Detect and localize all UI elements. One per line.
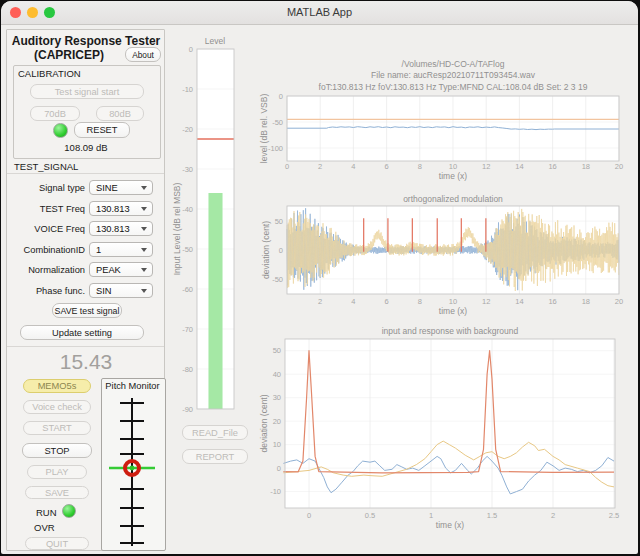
test-signal-section-label: TEST_SIGNAL bbox=[14, 161, 78, 172]
test-signal-start-button[interactable]: Test signal start bbox=[30, 84, 144, 99]
chevron-down-icon bbox=[141, 227, 147, 231]
svg-text:time (x): time (x) bbox=[439, 171, 468, 181]
combination-id-label: CombinationID bbox=[9, 245, 85, 255]
test-freq-label: TEST Freq bbox=[9, 204, 85, 214]
svg-text:-50: -50 bbox=[182, 245, 193, 254]
read-file-button[interactable]: READ_File bbox=[182, 425, 248, 440]
chevron-down-icon bbox=[141, 186, 147, 190]
svg-text:Input Level (dB rel MSB): Input Level (dB rel MSB) bbox=[172, 183, 182, 276]
svg-text:-50: -50 bbox=[272, 275, 283, 284]
update-setting-button[interactable]: Update setting bbox=[20, 325, 144, 340]
app-title-line2: (CAPRICEP) bbox=[11, 48, 127, 62]
calibration-label: CALIBRATION bbox=[18, 68, 81, 79]
about-button[interactable]: About bbox=[125, 47, 161, 62]
svg-text:deviation (cent): deviation (cent) bbox=[259, 394, 269, 452]
80db-button[interactable]: 80dB bbox=[96, 106, 144, 121]
svg-text:-70: -70 bbox=[182, 325, 193, 334]
save-button[interactable]: SAVE bbox=[25, 486, 89, 499]
chevron-down-icon bbox=[141, 268, 147, 272]
70db-button[interactable]: 70dB bbox=[30, 106, 80, 121]
svg-text:18: 18 bbox=[582, 162, 590, 171]
svg-text:0: 0 bbox=[307, 511, 311, 520]
svg-text:50: 50 bbox=[273, 346, 281, 355]
chevron-down-icon bbox=[141, 289, 147, 293]
signal-type-dropdown[interactable]: SINE bbox=[89, 180, 153, 195]
reset-button[interactable]: RESET bbox=[74, 122, 130, 138]
svg-text:0: 0 bbox=[277, 464, 281, 473]
svg-text:input and response with backgr: input and response with background bbox=[382, 326, 519, 336]
phase-func-label: Phase func. bbox=[9, 286, 85, 296]
svg-text:-10: -10 bbox=[270, 487, 281, 496]
calibration-level-value: 108.09 dB bbox=[13, 142, 159, 153]
svg-text:10: 10 bbox=[449, 162, 457, 171]
svg-text:2: 2 bbox=[318, 162, 322, 171]
input-response-plot: -100102030405000.511.522.5input and resp… bbox=[261, 319, 638, 533]
svg-text:16: 16 bbox=[548, 297, 556, 306]
svg-text:1.5: 1.5 bbox=[487, 511, 497, 520]
svg-text:-50: -50 bbox=[272, 118, 283, 127]
svg-text:0: 0 bbox=[279, 92, 283, 101]
window-title: MATLAB App bbox=[1, 6, 638, 18]
save-test-signal-button[interactable]: SAVE test signal bbox=[52, 303, 122, 318]
svg-text:12: 12 bbox=[482, 297, 490, 306]
svg-text:-90: -90 bbox=[182, 405, 193, 414]
svg-text:12: 12 bbox=[482, 162, 490, 171]
svg-text:2.5: 2.5 bbox=[609, 511, 619, 520]
memo5s-button[interactable]: MEMO5s bbox=[23, 379, 91, 393]
level-history-plot: 0-50-10002468101214161820/Volumes/HD-CO-… bbox=[261, 56, 638, 184]
svg-text:0.5: 0.5 bbox=[365, 511, 375, 520]
voice-freq-dropdown[interactable]: 130.813 bbox=[89, 221, 153, 236]
svg-text:18: 18 bbox=[582, 297, 590, 306]
svg-text:0: 0 bbox=[279, 246, 283, 255]
start-button[interactable]: START bbox=[23, 421, 91, 435]
signal-type-label: Signal type bbox=[9, 183, 85, 193]
svg-text:40: 40 bbox=[273, 370, 281, 379]
normalization-dropdown[interactable]: PEAK bbox=[89, 262, 153, 277]
svg-text:orthogonalized modulation: orthogonalized modulation bbox=[403, 194, 503, 204]
voice-check-button[interactable]: Voice check bbox=[23, 400, 91, 414]
play-button[interactable]: PLAY bbox=[27, 465, 87, 479]
svg-text:time (x): time (x) bbox=[439, 306, 468, 316]
pitch-monitor-scale bbox=[101, 391, 164, 549]
normalization-label: Normalization bbox=[9, 265, 85, 275]
test-freq-dropdown[interactable]: 130.813 bbox=[89, 201, 153, 216]
run-label: RUN bbox=[36, 507, 57, 518]
svg-text:-10: -10 bbox=[182, 85, 193, 94]
svg-text:16: 16 bbox=[548, 162, 556, 171]
stop-button[interactable]: STOP bbox=[22, 443, 92, 458]
svg-text:8: 8 bbox=[418, 162, 422, 171]
svg-text:1: 1 bbox=[429, 511, 433, 520]
quit-button[interactable]: QUIT bbox=[25, 537, 89, 550]
svg-text:20: 20 bbox=[615, 162, 623, 171]
svg-text:4: 4 bbox=[351, 297, 355, 306]
report-button[interactable]: REPORT bbox=[182, 449, 248, 464]
svg-text:File name: aucResp20210711T093: File name: aucResp20210711T093454.wav bbox=[371, 70, 536, 80]
svg-text:-60: -60 bbox=[182, 285, 193, 294]
svg-text:30: 30 bbox=[273, 393, 281, 402]
ovr-label: OVR bbox=[34, 522, 55, 533]
chevron-down-icon bbox=[141, 248, 147, 252]
svg-text:foT:130.813 Hz foV:130.813 Hz: foT:130.813 Hz foV:130.813 Hz Type:MFND … bbox=[319, 82, 588, 92]
phase-func-dropdown[interactable]: SIN bbox=[89, 283, 153, 298]
svg-text:-20: -20 bbox=[182, 125, 193, 134]
matlab-app-window: MATLAB App Auditory Response Tester (CAP… bbox=[1, 1, 638, 554]
run-led-indicator bbox=[62, 504, 76, 518]
svg-text:4: 4 bbox=[351, 162, 355, 171]
svg-text:-100: -100 bbox=[268, 144, 283, 153]
app-title-line1: Auditory Response Tester bbox=[11, 34, 161, 48]
svg-text:20: 20 bbox=[273, 417, 281, 426]
svg-text:6: 6 bbox=[385, 297, 389, 306]
svg-text:14: 14 bbox=[515, 162, 523, 171]
calibration-led-indicator bbox=[53, 123, 68, 138]
chevron-down-icon bbox=[141, 207, 147, 211]
svg-text:level (dB rel. VSB): level (dB rel. VSB) bbox=[259, 94, 269, 164]
level-meter-plot: 0-10-20-30-40-50-60-70-80-90LevelInput L… bbox=[171, 31, 261, 416]
timer-display: 15.43 bbox=[6, 350, 166, 374]
svg-text:6: 6 bbox=[385, 162, 389, 171]
svg-text:10: 10 bbox=[273, 440, 281, 449]
combination-id-dropdown[interactable]: 1 bbox=[89, 242, 153, 257]
svg-text:8: 8 bbox=[418, 297, 422, 306]
pitch-monitor-label: Pitch Monitor bbox=[101, 381, 164, 391]
svg-text:Level: Level bbox=[205, 36, 225, 46]
svg-text:50: 50 bbox=[275, 217, 283, 226]
